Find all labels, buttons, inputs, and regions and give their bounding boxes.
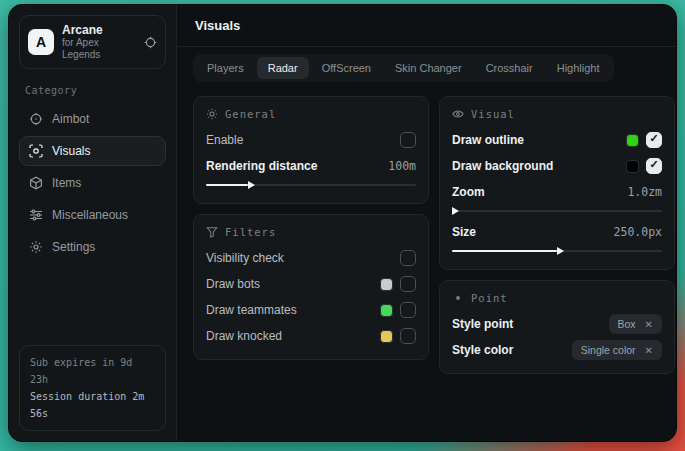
sidebar-item-visuals[interactable]: Visuals [19,136,166,166]
draw-knocked-controls [380,328,416,344]
page-title: Visuals [195,18,240,33]
draw-outline-color-swatch[interactable] [626,134,639,147]
style-color-label: Style color [452,343,513,357]
visibility-check-row: Visibility check [206,247,416,269]
draw-background-checkbox[interactable] [646,158,662,174]
remove-icon[interactable]: ✕ [645,345,653,356]
category-label: Category [25,85,160,96]
brand-name: Arcane [62,23,136,37]
point-card: Point Style point Box ✕ Style color Sing… [439,280,675,374]
zoom-value: 1.0zm [627,185,662,199]
draw-outline-row: Draw outline [452,129,662,151]
brand-header: A Arcane for Apex Legends [19,15,166,69]
tab-skin-changer[interactable]: Skin Changer [384,57,473,79]
rendering-distance-value: 100m [388,159,416,173]
target-icon[interactable] [144,36,157,49]
slider-track [452,210,662,212]
main-panel: Visuals Players Radar OffScreen Skin Cha… [177,5,677,441]
draw-teammates-label: Draw teammates [206,303,297,317]
app-logo: A [28,29,54,55]
size-slider[interactable] [452,245,662,257]
filters-card-title: Filters [225,226,276,238]
left-column: General Enable Rendering distance 100m [193,96,429,360]
sidebar-item-miscellaneous[interactable]: Miscellaneous [19,200,166,230]
rendering-distance-slider[interactable] [206,179,416,191]
enable-row: Enable [206,129,416,151]
style-point-label: Style point [452,317,513,331]
draw-teammates-checkbox[interactable] [400,302,416,318]
style-point-select[interactable]: Box ✕ [609,314,662,334]
gear-icon [29,240,43,254]
tab-crosshair[interactable]: Crosshair [475,57,544,79]
draw-teammates-row: Draw teammates [206,299,416,321]
tabbar-wrap: Players Radar OffScreen Skin Changer Cro… [177,47,677,88]
slider-fill [206,184,248,186]
cube-icon [29,176,43,190]
point-card-header: Point [452,292,662,304]
point-icon [452,292,464,304]
visual-card: Visual Draw outline Draw background [439,96,675,270]
draw-outline-controls [626,132,662,148]
filters-card: Filters Visibility check Draw bots [193,214,429,360]
enable-checkbox[interactable] [400,132,416,148]
visual-card-title: Visual [471,108,515,120]
main-header: Visuals [177,5,677,47]
funnel-icon [206,226,218,238]
tab-players[interactable]: Players [196,57,255,79]
draw-bots-controls [380,276,416,292]
sidebar-item-items[interactable]: Items [19,168,166,198]
sidebar-item-settings[interactable]: Settings [19,232,166,262]
tab-highlight[interactable]: Highlight [546,57,611,79]
style-color-row: Style color Single color ✕ [452,339,662,361]
sun-icon [206,108,218,120]
remove-icon[interactable]: ✕ [645,319,653,330]
draw-outline-checkbox[interactable] [646,132,662,148]
draw-knocked-row: Draw knocked [206,325,416,347]
zoom-label: Zoom [452,185,485,199]
zoom-slider[interactable] [452,205,662,217]
sub-expires-text: Sub expires in 9d 23h [30,354,155,388]
style-color-select[interactable]: Single color ✕ [572,340,662,360]
general-card-header: General [206,108,416,120]
zoom-row: Zoom 1.0zm [452,181,662,203]
eye-icon [452,108,464,120]
brand-subtitle: for Apex Legends [62,37,136,61]
draw-knocked-checkbox[interactable] [400,328,416,344]
style-point-row: Style point Box ✕ [452,313,662,335]
draw-bots-checkbox[interactable] [400,276,416,292]
tab-radar[interactable]: Radar [257,57,309,79]
crosshair-icon [29,112,43,126]
content: General Enable Rendering distance 100m [177,88,677,382]
tab-offscreen[interactable]: OffScreen [311,57,382,79]
filters-card-header: Filters [206,226,416,238]
visibility-check-checkbox[interactable] [400,250,416,266]
draw-outline-label: Draw outline [452,133,524,147]
style-color-chip-text: Single color [581,344,636,356]
point-card-title: Point [471,292,508,304]
sidebar-item-label: Visuals [52,144,90,158]
size-value: 250.0px [614,225,662,239]
draw-teammates-controls [380,302,416,318]
size-row: Size 250.0px [452,221,662,243]
brand-text: Arcane for Apex Legends [62,23,136,61]
draw-bots-color-swatch[interactable] [380,278,393,291]
style-point-chip-text: Box [618,318,636,330]
rendering-distance-label: Rendering distance [206,159,317,173]
sidebar-nav: Aimbot Visuals Items [19,104,166,262]
general-card-title: General [225,108,276,120]
right-column: Visual Draw outline Draw background [439,96,675,374]
slider-fill [452,250,557,252]
eye-scan-icon [29,144,43,158]
draw-background-row: Draw background [452,155,662,177]
draw-knocked-color-swatch[interactable] [380,330,393,343]
sidebar-item-label: Settings [52,240,95,254]
sidebar-item-aimbot[interactable]: Aimbot [19,104,166,134]
sidebar-item-label: Miscellaneous [52,208,128,222]
draw-bots-label: Draw bots [206,277,260,291]
draw-bots-row: Draw bots [206,273,416,295]
draw-teammates-color-swatch[interactable] [380,304,393,317]
sidebar-item-label: Aimbot [52,112,89,126]
general-card: General Enable Rendering distance 100m [193,96,429,204]
tabbar: Players Radar OffScreen Skin Changer Cro… [193,54,614,82]
draw-background-color-swatch[interactable] [626,160,639,173]
